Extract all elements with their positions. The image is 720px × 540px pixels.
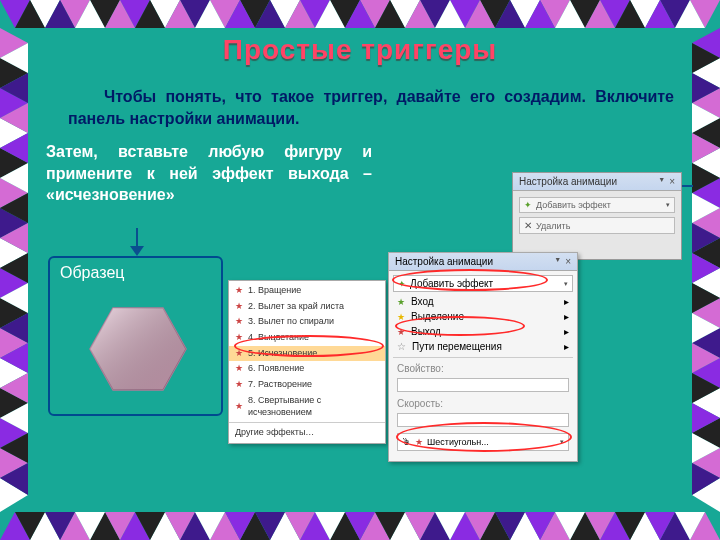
star-icon: ★ <box>235 379 243 391</box>
svg-marker-38 <box>570 0 600 28</box>
add-effect-dropdown[interactable]: ✦Добавить эффект▾ <box>393 275 573 292</box>
svg-marker-24 <box>360 0 390 28</box>
svg-marker-104 <box>0 178 28 208</box>
svg-marker-12 <box>180 0 210 28</box>
svg-marker-41 <box>585 0 615 28</box>
menu-item-entrance[interactable]: ★Вход▸ <box>393 294 573 309</box>
arrow-down-icon <box>128 228 146 256</box>
property-input[interactable] <box>397 378 569 392</box>
svg-marker-56 <box>105 512 135 540</box>
dropdown-icon: ▼ <box>658 176 665 187</box>
svg-marker-48 <box>0 512 30 540</box>
speed-input[interactable] <box>397 413 569 427</box>
svg-marker-13 <box>165 0 195 28</box>
remove-effect-button[interactable]: ✕Удалить <box>519 217 675 234</box>
speed-label: Скорость: <box>393 396 573 411</box>
svg-marker-59 <box>180 512 210 540</box>
svg-marker-27 <box>375 0 405 28</box>
star-icon: ★ <box>235 332 243 344</box>
svg-marker-67 <box>300 512 330 540</box>
svg-marker-83 <box>540 512 570 540</box>
star-icon: ★ <box>235 316 243 328</box>
star-icon: ★ <box>397 327 405 337</box>
svg-marker-134 <box>692 133 720 163</box>
star-icon: ★ <box>415 437 423 447</box>
svg-marker-16 <box>240 0 270 28</box>
svg-marker-119 <box>0 373 28 403</box>
svg-marker-17 <box>225 0 255 28</box>
svg-marker-107 <box>0 193 28 223</box>
list-item[interactable]: ★2. Вылет за край листа <box>229 299 385 315</box>
svg-marker-151 <box>692 418 720 448</box>
star-icon: ★ <box>235 348 243 360</box>
svg-marker-117 <box>0 343 28 373</box>
svg-marker-61 <box>210 512 240 540</box>
mouse-icon: 🖱 <box>402 437 411 447</box>
svg-marker-51 <box>60 512 90 540</box>
menu-item-exit[interactable]: ★Выход▸ <box>393 324 573 339</box>
svg-marker-135 <box>692 178 720 208</box>
menu-item-motion[interactable]: ☆Пути перемещения▸ <box>393 339 573 354</box>
list-item[interactable]: ★3. Вылет по спирали <box>229 314 385 330</box>
svg-marker-57 <box>150 512 180 540</box>
svg-marker-72 <box>345 512 375 540</box>
close-icon[interactable]: × <box>669 176 675 187</box>
svg-marker-35 <box>495 0 525 28</box>
list-item[interactable]: ★7. Растворение <box>229 377 385 393</box>
animation-task-pane: Настройка анимации ▼× ✦Добавить эффект▾ … <box>512 172 682 260</box>
list-item[interactable]: ★1. Вращение <box>229 283 385 299</box>
svg-marker-95 <box>0 28 28 58</box>
svg-marker-3 <box>15 0 45 28</box>
close-icon[interactable]: × <box>565 256 571 267</box>
svg-marker-120 <box>0 418 28 448</box>
svg-marker-108 <box>0 238 28 268</box>
svg-marker-87 <box>600 512 630 540</box>
star-icon: ★ <box>235 285 243 297</box>
svg-marker-142 <box>692 253 720 283</box>
add-effect-button[interactable]: ✦Добавить эффект▾ <box>519 197 675 213</box>
svg-marker-58 <box>135 512 165 540</box>
paragraph-2: Затем, вставьте любую фигуру и примените… <box>46 141 372 206</box>
svg-marker-26 <box>390 0 420 28</box>
svg-marker-143 <box>692 298 720 328</box>
svg-marker-8 <box>120 0 150 28</box>
svg-marker-46 <box>690 0 720 28</box>
svg-marker-29 <box>405 0 435 28</box>
star-icon: ✦ <box>398 279 406 289</box>
svg-marker-36 <box>540 0 570 28</box>
svg-marker-52 <box>45 512 75 540</box>
svg-marker-15 <box>195 0 225 28</box>
property-label: Свойство: <box>393 361 573 376</box>
svg-marker-40 <box>600 0 630 28</box>
svg-marker-145 <box>692 328 720 358</box>
svg-marker-114 <box>0 328 28 358</box>
list-item[interactable]: ★6. Появление <box>229 361 385 377</box>
svg-marker-132 <box>692 103 720 133</box>
svg-marker-63 <box>240 512 270 540</box>
svg-marker-22 <box>330 0 360 28</box>
svg-marker-73 <box>390 512 420 540</box>
svg-marker-100 <box>0 118 28 148</box>
hexagon-shape-icon <box>88 304 188 394</box>
svg-marker-76 <box>405 512 435 540</box>
svg-marker-116 <box>0 358 28 388</box>
list-item-highlighted[interactable]: ★5. Исчезновение <box>229 346 385 362</box>
svg-marker-118 <box>0 388 28 418</box>
list-item[interactable]: ★8. Свертывание с исчезновением <box>229 393 385 420</box>
svg-marker-125 <box>0 463 28 495</box>
menu-item-emphasis[interactable]: ★Выделение▸ <box>393 309 573 324</box>
svg-marker-130 <box>692 73 720 103</box>
exit-effects-list: ★1. Вращение ★2. Вылет за край листа ★3.… <box>228 280 386 444</box>
svg-marker-54 <box>75 512 105 540</box>
slide-title: Простые триггеры <box>28 34 692 66</box>
svg-marker-112 <box>0 298 28 328</box>
svg-marker-127 <box>692 58 720 88</box>
list-item[interactable]: ★4. Выцветание <box>229 330 385 346</box>
svg-marker-81 <box>510 512 540 540</box>
list-item-other[interactable]: Другие эффекты… <box>229 425 385 441</box>
svg-marker-25 <box>345 0 375 28</box>
effect-row[interactable]: 🖱 ★ Шестиугольн... ▾ <box>397 433 569 451</box>
svg-marker-139 <box>692 238 720 268</box>
svg-marker-152 <box>692 403 720 433</box>
svg-marker-80 <box>465 512 495 540</box>
